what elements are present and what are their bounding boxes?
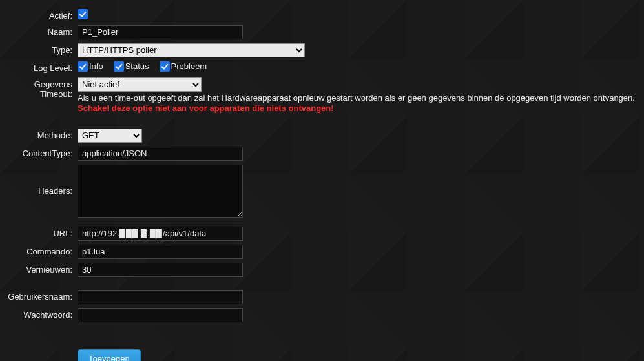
url-input[interactable]	[78, 227, 243, 241]
timeout-select[interactable]: Niet actief	[78, 77, 202, 92]
label-actief: Actief:	[0, 9, 78, 21]
label-vernieuwen: Vernieuwen:	[0, 263, 78, 275]
hardware-form: Actief: Naam: Type: HTTP/HTTPS poller Lo…	[0, 0, 644, 361]
headers-textarea[interactable]	[78, 165, 243, 218]
label-timeout: Gegevens Timeout:	[0, 77, 78, 99]
loglevel-status-checkbox[interactable]	[114, 61, 124, 72]
loglevel-info-checkbox[interactable]	[78, 61, 88, 72]
timeout-warning: Schakel deze optie niet aan voor apparat…	[78, 103, 334, 113]
loglevel-probleem-label: Probleem	[171, 61, 207, 71]
loglevel-status-label: Status	[125, 61, 149, 71]
label-methode: Methode:	[0, 129, 78, 141]
label-type: Type:	[0, 43, 78, 56]
loglevel-probleem-checkbox[interactable]	[160, 61, 170, 72]
vernieuwen-input[interactable]	[78, 263, 243, 277]
label-gebruikersnaam: Gebruikersnaam:	[0, 290, 78, 302]
label-wachtwoord: Wachtwoord:	[0, 308, 78, 320]
label-headers: Headers:	[0, 165, 78, 196]
toevoegen-button[interactable]: Toevoegen	[78, 349, 141, 361]
actief-checkbox[interactable]	[78, 9, 88, 19]
label-url: URL:	[0, 227, 78, 239]
label-loglevel: Log Level:	[0, 61, 78, 74]
wachtwoord-input[interactable]	[78, 308, 243, 322]
contenttype-input[interactable]	[78, 147, 243, 161]
commando-input[interactable]	[78, 245, 243, 259]
naam-input[interactable]	[78, 25, 243, 39]
label-contenttype: ContentType:	[0, 147, 78, 159]
methode-select[interactable]: GET	[78, 129, 142, 143]
timeout-hint: Als u een time-out opgeeft dan zal het H…	[78, 93, 635, 103]
gebruikersnaam-input[interactable]	[78, 290, 243, 304]
label-commando: Commando:	[0, 245, 78, 257]
loglevel-info-label: Info	[89, 61, 103, 71]
type-select[interactable]: HTTP/HTTPS poller	[78, 43, 305, 57]
label-naam: Naam:	[0, 25, 78, 37]
